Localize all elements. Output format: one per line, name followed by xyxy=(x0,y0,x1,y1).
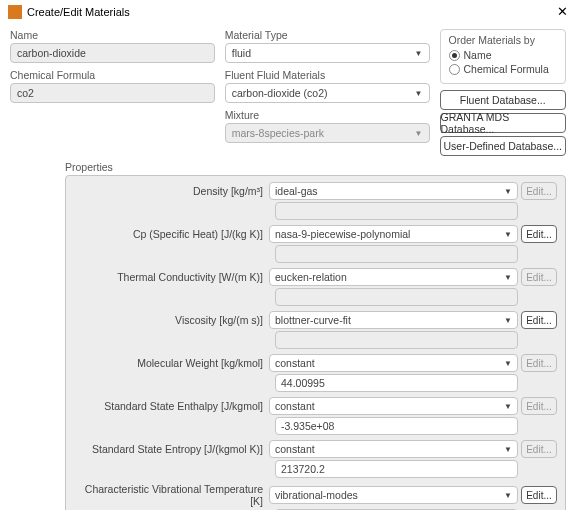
property-row: Cp (Specific Heat) [J/(kg K)]nasa-9-piec… xyxy=(74,225,557,243)
edit-button: Edit... xyxy=(521,440,557,458)
window-title: Create/Edit Materials xyxy=(27,6,557,18)
property-method-value: constant xyxy=(275,400,315,412)
property-value-field[interactable]: 44.00995 xyxy=(275,374,518,392)
app-icon xyxy=(8,5,22,19)
chevron-down-icon: ▼ xyxy=(504,187,512,196)
property-method-dropdown[interactable]: constant▼ xyxy=(269,354,518,372)
property-label: Density [kg/m³] xyxy=(74,185,269,197)
edit-button[interactable]: Edit... xyxy=(521,225,557,243)
order-by-name-radio[interactable]: Name xyxy=(449,49,557,61)
chevron-down-icon: ▼ xyxy=(504,491,512,500)
property-method-value: constant xyxy=(275,357,315,369)
edit-button: Edit... xyxy=(521,354,557,372)
edit-button: Edit... xyxy=(521,268,557,286)
chevron-down-icon: ▼ xyxy=(504,445,512,454)
order-by-formula-radio[interactable]: Chemical Formula xyxy=(449,63,557,75)
fluent-materials-label: Fluent Fluid Materials xyxy=(225,69,430,81)
property-method-value: ideal-gas xyxy=(275,185,318,197)
material-type-value: fluid xyxy=(232,47,251,59)
property-row: Thermal Conductivity [W/(m K)]eucken-rel… xyxy=(74,268,557,286)
property-label: Standard State Entropy [J/(kgmol K)] xyxy=(74,443,269,455)
property-method-value: vibrational-modes xyxy=(275,489,358,501)
mixture-label: Mixture xyxy=(225,109,430,121)
chevron-down-icon: ▼ xyxy=(415,49,423,58)
name-label: Name xyxy=(10,29,215,41)
property-row: Viscosity [kg/(m s)]blottner-curve-fit▼E… xyxy=(74,311,557,329)
properties-box: Density [kg/m³]ideal-gas▼Edit...Cp (Spec… xyxy=(65,175,566,510)
edit-button: Edit... xyxy=(521,397,557,415)
property-row: Molecular Weight [kg/kmol]constant▼Edit.… xyxy=(74,354,557,372)
order-by-formula-text: Chemical Formula xyxy=(464,63,549,75)
edit-button: Edit... xyxy=(521,182,557,200)
property-value-field xyxy=(275,245,518,263)
property-row: Characteristic Vibrational Temperature [… xyxy=(74,483,557,507)
property-method-dropdown[interactable]: eucken-relation▼ xyxy=(269,268,518,286)
radio-icon xyxy=(449,50,460,61)
property-value-field xyxy=(275,331,518,349)
fluent-materials-value: carbon-dioxide (co2) xyxy=(232,87,328,99)
close-icon[interactable]: ✕ xyxy=(557,4,568,19)
chevron-down-icon: ▼ xyxy=(415,89,423,98)
formula-label: Chemical Formula xyxy=(10,69,215,81)
chevron-down-icon: ▼ xyxy=(504,359,512,368)
titlebar: Create/Edit Materials ✕ xyxy=(0,0,576,23)
property-value-field[interactable]: -3.935e+08 xyxy=(275,417,518,435)
property-row: Standard State Entropy [J/(kgmol K)]cons… xyxy=(74,440,557,458)
property-label: Viscosity [kg/(m s)] xyxy=(74,314,269,326)
chevron-down-icon: ▼ xyxy=(504,316,512,325)
property-method-dropdown[interactable]: constant▼ xyxy=(269,440,518,458)
chevron-down-icon: ▼ xyxy=(504,273,512,282)
property-label: Cp (Specific Heat) [J/(kg K)] xyxy=(74,228,269,240)
property-method-value: blottner-curve-fit xyxy=(275,314,351,326)
user-database-button[interactable]: User-Defined Database... xyxy=(440,136,566,156)
chevron-down-icon: ▼ xyxy=(415,129,423,138)
formula-field[interactable]: co2 xyxy=(10,83,215,103)
property-value-row: -3.935e+08 xyxy=(74,417,557,435)
property-value-field xyxy=(275,288,518,306)
fluent-materials-dropdown[interactable]: carbon-dioxide (co2) ▼ xyxy=(225,83,430,103)
order-by-name-text: Name xyxy=(464,49,492,61)
property-value-row: 44.00995 xyxy=(74,374,557,392)
property-method-value: constant xyxy=(275,443,315,455)
property-method-value: eucken-relation xyxy=(275,271,347,283)
property-value-row xyxy=(74,202,557,220)
property-value-field xyxy=(275,202,518,220)
property-method-dropdown[interactable]: constant▼ xyxy=(269,397,518,415)
property-label: Thermal Conductivity [W/(m K)] xyxy=(74,271,269,283)
properties-label: Properties xyxy=(65,161,566,173)
chevron-down-icon: ▼ xyxy=(504,230,512,239)
property-value-row: 213720.2 xyxy=(74,460,557,478)
edit-button[interactable]: Edit... xyxy=(521,486,557,504)
property-value-field[interactable]: 213720.2 xyxy=(275,460,518,478)
order-by-label: Order Materials by xyxy=(449,34,557,46)
property-row: Density [kg/m³]ideal-gas▼Edit... xyxy=(74,182,557,200)
property-label: Standard State Enthalpy [J/kgmol] xyxy=(74,400,269,412)
fluent-database-button[interactable]: Fluent Database... xyxy=(440,90,566,110)
property-method-dropdown[interactable]: ideal-gas▼ xyxy=(269,182,518,200)
radio-icon xyxy=(449,64,460,75)
mixture-dropdown: mars-8species-park ▼ xyxy=(225,123,430,143)
property-method-dropdown[interactable]: blottner-curve-fit▼ xyxy=(269,311,518,329)
granta-database-button[interactable]: GRANTA MDS Database... xyxy=(440,113,566,133)
property-method-dropdown[interactable]: nasa-9-piecewise-polynomial▼ xyxy=(269,225,518,243)
material-type-label: Material Type xyxy=(225,29,430,41)
order-by-group: Order Materials by Name Chemical Formula xyxy=(440,29,566,84)
name-field[interactable]: carbon-dioxide xyxy=(10,43,215,63)
property-method-value: nasa-9-piecewise-polynomial xyxy=(275,228,410,240)
property-label: Characteristic Vibrational Temperature [… xyxy=(74,483,269,507)
property-value-row xyxy=(74,288,557,306)
property-row: Standard State Enthalpy [J/kgmol]constan… xyxy=(74,397,557,415)
mixture-value: mars-8species-park xyxy=(232,127,324,139)
chevron-down-icon: ▼ xyxy=(504,402,512,411)
material-type-dropdown[interactable]: fluid ▼ xyxy=(225,43,430,63)
property-method-dropdown[interactable]: vibrational-modes▼ xyxy=(269,486,518,504)
property-value-row xyxy=(74,331,557,349)
edit-button[interactable]: Edit... xyxy=(521,311,557,329)
property-value-row xyxy=(74,245,557,263)
property-label: Molecular Weight [kg/kmol] xyxy=(74,357,269,369)
